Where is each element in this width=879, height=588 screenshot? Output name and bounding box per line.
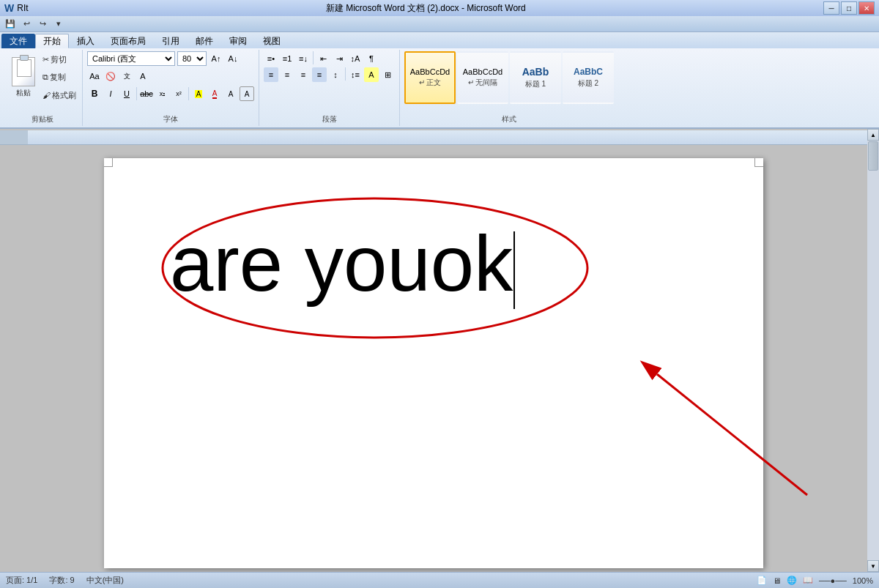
title-bar-controls: ─ □ ✕ (823, 1, 875, 15)
font-case-button[interactable]: Aa (87, 69, 102, 83)
align-left-button[interactable]: ≡ (264, 67, 278, 82)
styles-gallery: AaBbCcDd ↵ 正文 AaBbCcDd ↵ 无间隔 AaBb 标题 1 A… (404, 51, 614, 124)
shading-button[interactable]: A (364, 67, 379, 82)
strikethrough-button[interactable]: abc (139, 86, 154, 101)
bullet-list-button[interactable]: ≡• (264, 51, 278, 66)
view-print-icon[interactable]: 📄 (757, 576, 767, 585)
style-heading2[interactable]: AaBbC 标题 2 (563, 51, 614, 104)
zoom-slider[interactable]: ──●── (819, 576, 847, 585)
minimize-button[interactable]: ─ (823, 1, 839, 15)
clear-format-button[interactable]: 🚫 (103, 69, 118, 83)
para-row1: ≡• ≡1 ≡↓ ⇤ ⇥ ↕A ¶ (264, 51, 379, 66)
highlight-button[interactable]: A (191, 86, 206, 101)
copy-icon: ⧉ (42, 72, 48, 82)
style-normal[interactable]: AaBbCcDd ↵ 正文 (404, 51, 456, 104)
text-direction-button[interactable]: ↕ (328, 67, 343, 82)
clipboard-content: 粘贴 ✂ 剪切 ⧉ 复制 🖌 格式刷 (7, 51, 78, 124)
ribbon-tabs: 文件 开始 插入 页面布局 引用 邮件 审阅 视图 (0, 32, 879, 48)
char-border-button[interactable]: A (240, 86, 254, 101)
font-label: 字体 (163, 114, 178, 124)
ruler-ticks (28, 130, 867, 144)
superscript-button[interactable]: x² (171, 86, 186, 101)
status-right: 📄 🖥 🌐 📖 ──●── 100% (757, 576, 873, 585)
paste-button[interactable]: 粘贴 (7, 51, 40, 104)
justify-button[interactable]: ≡ (312, 67, 327, 82)
app-window: W RIt 新建 Microsoft Word 文档 (2).docx - Mi… (0, 0, 879, 588)
clipboard-small-buttons: ✂ 剪切 ⧉ 复制 🖌 格式刷 (41, 51, 78, 104)
tab-review[interactable]: 审阅 (221, 34, 255, 48)
align-right-button[interactable]: ≡ (296, 67, 311, 82)
paragraph-label: 段落 (322, 114, 337, 124)
style-heading1[interactable]: AaBb 标题 1 (510, 51, 561, 104)
styles-label: 样式 (502, 114, 516, 124)
decrease-indent-button[interactable]: ⇤ (316, 51, 330, 66)
word-count: 字数: 9 (49, 575, 74, 586)
document-content[interactable]: are youok (170, 202, 697, 495)
font-color-button[interactable]: A (207, 86, 222, 101)
document-text-line: are youok (170, 217, 697, 310)
ruler-corner (0, 130, 28, 144)
margin-marker-tl (104, 158, 113, 167)
cut-button[interactable]: ✂ 剪切 (41, 53, 78, 66)
italic-button[interactable]: I (103, 86, 118, 101)
tab-page-layout[interactable]: 页面布局 (103, 34, 154, 48)
scroll-thumb[interactable] (868, 141, 878, 171)
font-aa-button[interactable]: A (136, 69, 150, 83)
tab-view[interactable]: 视图 (255, 34, 289, 48)
vertical-scrollbar[interactable]: ▲ ▼ (867, 129, 879, 572)
font-family-select[interactable]: Calibri (西文 (87, 51, 175, 66)
view-read-icon[interactable]: 📖 (803, 576, 813, 585)
font-row3: B I U abc x₂ x² A A A A (87, 86, 254, 101)
scroll-track[interactable] (867, 141, 879, 560)
para-sep2 (345, 67, 346, 81)
style-no-spacing[interactable]: AaBbCcDd ↵ 无间隔 (457, 51, 508, 104)
font-size-select[interactable]: 80 (177, 51, 207, 66)
increase-font-button[interactable]: A↑ (209, 51, 223, 66)
bold-button[interactable]: B (87, 86, 102, 101)
underline-button[interactable]: U (119, 86, 134, 101)
copy-button[interactable]: ⧉ 复制 (41, 71, 78, 83)
document-scroll-area[interactable]: are youok (0, 129, 867, 572)
view-web-icon[interactable]: 🌐 (787, 576, 797, 585)
separator (136, 87, 137, 100)
numbered-list-button[interactable]: ≡1 (280, 51, 294, 66)
scissors-icon: ✂ (42, 55, 49, 64)
multilevel-list-button[interactable]: ≡↓ (296, 51, 311, 66)
tab-references[interactable]: 引用 (154, 34, 188, 48)
show-marks-button[interactable]: ¶ (364, 51, 379, 66)
undo-qa-button[interactable]: ↩ (19, 18, 34, 31)
maximize-button[interactable]: □ (841, 1, 857, 15)
tab-mailings[interactable]: 邮件 (188, 34, 221, 48)
align-center-button[interactable]: ≡ (280, 67, 294, 82)
increase-indent-button[interactable]: ⇥ (332, 51, 346, 66)
view-full-icon[interactable]: 🖥 (773, 576, 781, 585)
svg-rect-0 (28, 130, 867, 144)
scroll-up-button[interactable]: ▲ (867, 129, 879, 141)
margin-marker-tr (754, 158, 763, 167)
subscript-button[interactable]: x₂ (155, 86, 170, 101)
tab-home[interactable]: 开始 (35, 34, 69, 48)
ruler-content (28, 130, 867, 144)
border-button[interactable]: ⊞ (380, 67, 395, 82)
redo-qa-button[interactable]: ↪ (35, 18, 50, 31)
char-shade-button[interactable]: A (223, 86, 238, 101)
customize-qa-button[interactable]: ▾ (51, 18, 66, 31)
sort-button[interactable]: ↕A (348, 51, 363, 66)
tab-file[interactable]: 文件 (1, 34, 35, 48)
line-spacing-button[interactable]: ↕≡ (348, 67, 363, 82)
tab-insert[interactable]: 插入 (69, 34, 103, 48)
horizontal-ruler (0, 130, 867, 145)
decrease-font-button[interactable]: A↓ (226, 51, 240, 66)
paragraph-group: ≡• ≡1 ≡↓ ⇤ ⇥ ↕A ¶ ≡ ≡ ≡ ≡ ↕ ↕≡ (259, 50, 400, 126)
format-painter-button[interactable]: 🖌 格式刷 (41, 89, 78, 102)
document-page[interactable]: are youok (104, 158, 763, 568)
scroll-down-button[interactable]: ▼ (867, 560, 879, 572)
para-sep1 (313, 51, 314, 64)
para-row2: ≡ ≡ ≡ ≡ ↕ ↕≡ A ⊞ (264, 67, 395, 82)
title-bar: W RIt 新建 Microsoft Word 文档 (2).docx - Mi… (0, 0, 879, 16)
font-row2: Aa 🚫 文 A (87, 69, 150, 83)
save-qa-button[interactable]: 💾 (3, 18, 18, 31)
close-button[interactable]: ✕ (858, 1, 875, 15)
language: 中文(中国) (86, 575, 124, 586)
chinese-text-button[interactable]: 文 (119, 69, 134, 83)
